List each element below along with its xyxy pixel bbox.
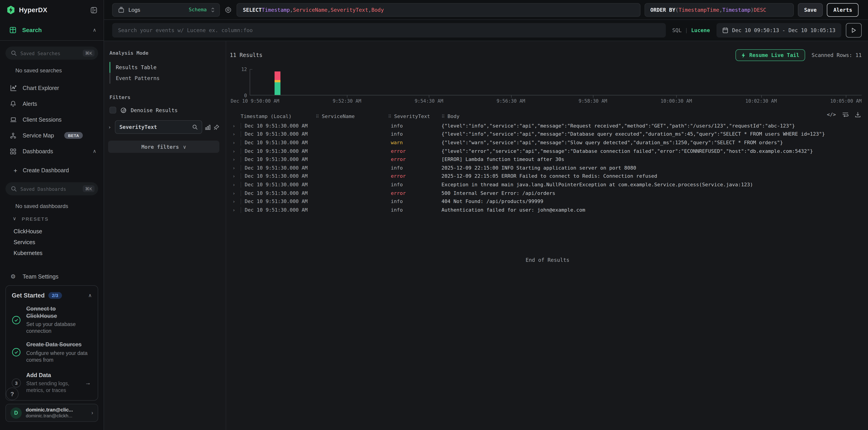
table-row[interactable]: ›Dec 10 9:51:30.000 AMerror{"level":"err… [230,147,865,155]
stacked-bar[interactable] [275,69,280,95]
nav-label: Chart Explorer [23,85,59,91]
sidebar-item-kubernetes[interactable]: Kubernetes [13,248,103,259]
chevron-updown-icon [211,7,215,12]
column-header-servicename[interactable]: ⠿ServiceName [316,113,388,119]
row-expand-icon[interactable]: › [230,207,241,212]
user-email: dominic.tran@clickh... [26,413,73,419]
row-expand-icon[interactable]: › [230,124,241,128]
pin-icon[interactable] [214,124,219,130]
table-row[interactable]: ›Dec 10 9:51:30.000 AMwarn{"level":"warn… [230,138,865,147]
sidebar-item-search[interactable]: Search ∧ [0,20,103,41]
step-desc: Configure where your data comes from [26,350,92,364]
code-view-icon[interactable]: </> [827,112,836,118]
row-severity: error [388,190,441,196]
row-expand-icon[interactable]: › [230,199,241,204]
saved-searches-input[interactable]: ⌘K [5,46,98,60]
saved-searches-field[interactable] [20,51,79,56]
row-expand-icon[interactable]: › [230,132,241,137]
column-header-body[interactable]: ⠿Body [441,113,865,119]
query-token: Timestamp [722,6,751,13]
bell-icon [9,100,17,107]
more-filters-button[interactable]: More filters ∨ [108,141,219,153]
row-expand-icon[interactable]: › [230,182,241,187]
chart-filter-icon[interactable] [205,124,211,130]
step-number-badge: 3 [12,378,21,388]
wrap-lines-icon[interactable] [842,112,848,118]
saved-dashboards-input[interactable]: ⌘K [5,182,98,195]
help-button[interactable]: ? [6,388,19,400]
query-token: , [719,6,722,13]
download-icon[interactable] [855,112,861,118]
table-row[interactable]: ›Dec 10 9:51:30.000 AMinfo{"level":"info… [230,130,865,138]
row-severity: info [388,182,441,188]
collapse-sidebar-icon[interactable] [90,6,97,13]
table-row[interactable]: ›Dec 10 9:51:30.000 AMinfo{"level":"info… [230,122,865,130]
saved-dashboards-field[interactable] [20,186,79,192]
sidebar-item-services[interactable]: Services [13,237,103,248]
table-row[interactable]: ›Dec 10 9:51:30.000 AMinfo2025-12-09 22:… [230,164,865,172]
resume-live-tail-button[interactable]: Resume Live Tail [736,49,805,61]
table-row[interactable]: ›Dec 10 9:51:30.000 AMerror500 Internal … [230,189,865,197]
denoise-checkbox[interactable] [110,107,116,113]
query-token: Timestamp [262,6,290,13]
schema-badge: Schema [189,7,207,13]
row-expand-icon[interactable]: › [230,140,241,145]
drag-handle-icon[interactable]: ⠿ [316,114,319,119]
row-expand-icon[interactable]: › [230,165,241,170]
chevron-up-icon[interactable]: ∧ [88,293,92,298]
get-started-step-add-data[interactable]: 3 Add Data Start sending logs, metrics, … [12,372,92,394]
alerts-button[interactable]: Alerts [827,3,859,16]
run-query-button[interactable] [846,23,862,37]
user-menu[interactable]: D dominic.tran@clic... dominic.tran@clic… [5,404,98,422]
sql-toggle[interactable]: SQL [672,27,682,33]
query-token: ) [751,6,754,13]
order-by-input[interactable]: ORDER BY (TimestampTime, Timestamp) DESC [645,3,794,16]
sidebar-item-client-sessions[interactable]: Client Sessions [0,112,103,128]
severity-filter-input[interactable]: SeverityText [115,120,202,134]
query-token: Body [371,6,384,13]
help-label: ? [10,391,14,397]
time-range-picker[interactable]: Dec 10 09:50:13 - Dec 10 10:05:13 [716,23,841,37]
presets-toggle[interactable]: ∨ PRESETS [13,216,103,222]
sidebar-item-service-map[interactable]: Service Map BETA [0,128,103,143]
chevron-up-icon[interactable]: ∧ [93,27,96,33]
row-expand-icon[interactable]: › [230,191,241,196]
save-button[interactable]: Save [798,3,823,16]
column-label: Timestamp (Local) [241,113,291,119]
event-search-input[interactable] [118,27,660,33]
lucene-toggle[interactable]: Lucene [691,27,710,33]
select-query-input[interactable]: SELECT Timestamp,ServiceName,SeverityTex… [237,3,641,16]
source-select[interactable]: Logs Schema [112,3,220,16]
row-expand-icon[interactable]: › [230,174,241,179]
drag-handle-icon[interactable]: ⠿ [388,114,392,119]
sidebar-item-chart-explorer[interactable]: Chart Explorer [0,80,103,96]
row-body: 2025-12-09 22:15:00 INFO Starting applic… [441,165,865,171]
column-header-severitytext[interactable]: ⠿SeverityText [388,113,441,119]
sidebar-item-dashboards[interactable]: Dashboards ∧ [0,143,103,159]
table-row[interactable]: ›Dec 10 9:51:30.000 AMinfoException in t… [230,180,865,189]
row-expand-icon[interactable]: › [230,148,241,154]
event-search-box[interactable] [112,23,666,37]
table-row[interactable]: ›Dec 10 9:51:30.000 AMinfoAuthentication… [230,206,865,214]
table-row[interactable]: ›Dec 10 9:51:30.000 AMerror2025-12-09 22… [230,172,865,180]
tab-results-table[interactable]: Results Table [111,62,219,73]
table-row[interactable]: ›Dec 10 9:51:30.000 AMerror[ERROR] Lambd… [230,155,865,164]
tab-event-patterns[interactable]: Event Patterns [111,73,219,84]
step-desc: Set up your database connection [26,321,90,335]
chevron-right-icon[interactable]: › [108,124,112,130]
sidebar-item-alerts[interactable]: Alerts [0,96,103,112]
bar-segment-warn [275,80,280,82]
sidebar-item-team-settings[interactable]: ⚙ Team Settings [0,269,103,285]
create-dashboard-button[interactable]: + Create Dashboard [0,165,103,176]
get-started-step-sources[interactable]: Create Data Sources Configure where your… [12,341,92,363]
row-timestamp: Dec 10 9:51:30.000 AM [241,148,316,154]
row-expand-icon[interactable]: › [230,157,241,162]
table-row[interactable]: ›Dec 10 9:51:30.000 AMinfo404 Not Found:… [230,197,865,206]
chevron-up-icon[interactable]: ∧ [93,148,96,154]
sidebar-item-clickhouse[interactable]: ClickHouse [13,226,103,237]
source-settings-gear-icon[interactable] [225,6,231,13]
alerts-label: Alerts [833,6,852,13]
get-started-step-connect[interactable]: Connect to ClickHouse Set up your databa… [12,306,92,335]
drag-handle-icon[interactable]: ⠿ [441,114,445,119]
column-header-timestamp[interactable]: Timestamp (Local) [241,113,316,119]
